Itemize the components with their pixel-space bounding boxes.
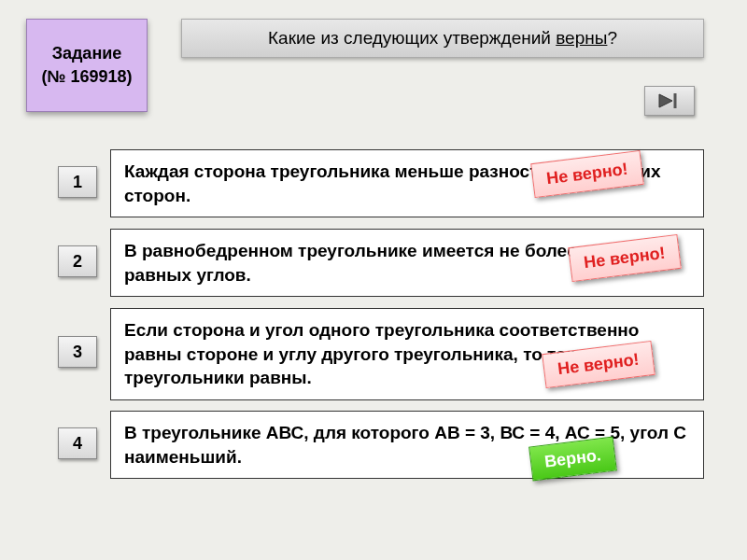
question-prefix: Какие из следующих утверждений [268,28,556,48]
option-button-4[interactable]: 4 [58,427,97,459]
question-suffix: ? [607,28,617,48]
question-emph: верны [556,28,607,48]
option-button-2[interactable]: 2 [58,245,97,277]
option-number: 4 [73,434,82,454]
task-badge: Задание (№ 169918) [26,19,148,112]
question-bar: Какие из следующих утверждений верны? [181,19,704,58]
question-text: Какие из следующих утверждений верны? [268,28,617,49]
option-button-3[interactable]: 3 [58,336,97,368]
task-label: Задание [52,42,122,65]
task-number: (№ 169918) [41,65,132,89]
next-button[interactable] [644,86,695,116]
svg-marker-0 [659,94,672,107]
next-arrow-icon [656,91,683,110]
option-number: 1 [73,173,82,192]
option-number: 2 [73,252,82,272]
option-number: 3 [73,343,82,362]
option-button-1[interactable]: 1 [58,166,97,198]
